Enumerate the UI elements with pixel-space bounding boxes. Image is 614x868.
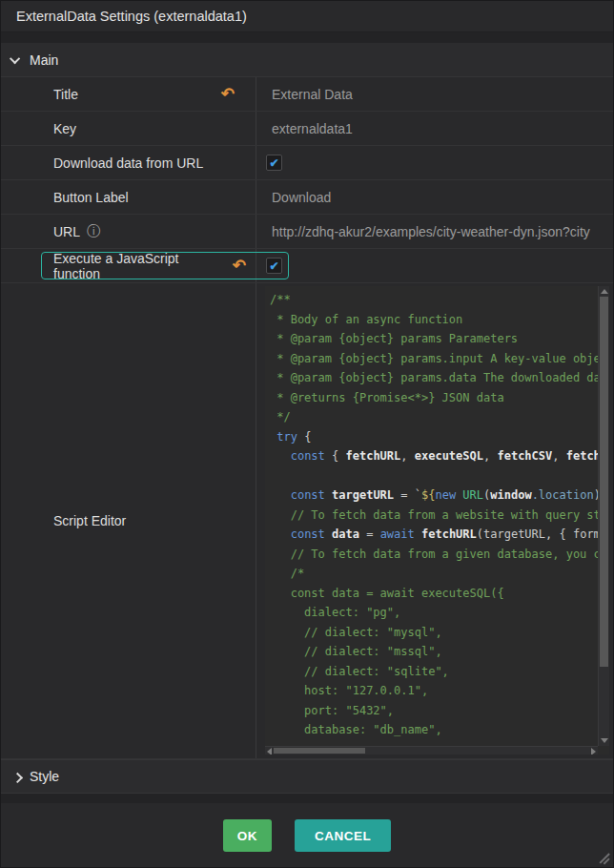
vertical-scrollbar-thumb[interactable] [600, 297, 608, 667]
horizontal-scrollbar-thumb[interactable] [274, 748, 365, 754]
cancel-button[interactable]: CANCEL [295, 819, 391, 852]
code-line: port: "5432", [270, 701, 598, 721]
chevron-down-icon [10, 52, 20, 63]
code-line: // dialect: "mssql", [270, 642, 598, 662]
code-line: /* [270, 564, 598, 584]
resize-grip[interactable] [598, 852, 610, 864]
code-line: * Body of an async function [270, 310, 598, 330]
dialog-footer: OK CANCEL [1, 803, 613, 868]
code-line: database: "db_name", [270, 720, 598, 740]
chevron-right-icon [12, 773, 23, 783]
scroll-up-arrow-icon[interactable] [601, 289, 608, 294]
row-key: Key externaldata1 [1, 112, 613, 146]
code-line: const targetURL = `${new URL(window.loca… [270, 486, 598, 506]
code-line: const { fetchURL, executeSQL, fetchCSV, … [270, 446, 598, 466]
execute-js-label: Execute a JavaScript function [53, 251, 221, 281]
title-value-field[interactable]: External Data [256, 77, 613, 111]
undo-icon[interactable]: ↶ [233, 258, 246, 274]
code-line: * @param {object} params.data The downlo… [270, 368, 598, 388]
code-line: // dialect: "mysql", [270, 623, 598, 643]
scroll-right-arrow-icon[interactable] [591, 748, 596, 754]
row-button-label: Button Label Download [1, 180, 613, 215]
execute-js-checkbox[interactable]: ✔ [266, 258, 282, 274]
code-line: * @returns {Promise<*>} JSON data [270, 388, 598, 408]
code-content[interactable]: /** * Body of an async function * @param… [265, 286, 598, 746]
checkmark-icon: ✔ [269, 260, 278, 272]
dialog-title: ExternalData Settings (externaldata1) [1, 1, 613, 31]
code-line: */ [270, 407, 598, 427]
code-line: dialect: "pg", [270, 603, 598, 623]
url-value-field[interactable]: http://zdhq-akur2/examples/city-weather-… [256, 215, 613, 248]
externaldata-settings-dialog: ExternalData Settings (externaldata1) Ma… [0, 0, 614, 868]
row-url: URL ⓘ http://zdhq-akur2/examples/city-we… [1, 215, 613, 249]
button-label-value-field[interactable]: Download [256, 180, 613, 214]
row-script-editor: Script Editor /** * Body of an async fun… [1, 283, 613, 759]
code-line: const data = await executeSQL({ [270, 584, 598, 604]
script-editor-label: Script Editor [53, 513, 126, 528]
code-line: const data = await fetchURL(targetURL, {… [270, 525, 598, 545]
url-label: URL [53, 224, 80, 239]
section-main-label: Main [30, 52, 58, 68]
titlebar-divider [1, 31, 613, 43]
code-line: // dialect: "sqlite", [270, 662, 598, 682]
row-download-from-url: Download data from URL ✔ [1, 146, 613, 180]
undo-icon[interactable]: ↶ [221, 86, 235, 102]
key-label: Key [53, 121, 76, 136]
button-label-label: Button Label [53, 190, 129, 205]
ok-button[interactable]: OK [223, 819, 272, 852]
key-value-field[interactable]: externaldata1 [256, 112, 613, 145]
horizontal-scrollbar[interactable] [265, 746, 598, 754]
title-label: Title [53, 87, 78, 102]
code-line [270, 466, 598, 486]
code-line: * @param {object} params Parameters [270, 329, 598, 349]
scroll-left-arrow-icon[interactable] [267, 748, 272, 754]
checkmark-icon: ✔ [269, 157, 278, 169]
download-from-url-checkbox[interactable]: ✔ [266, 155, 282, 171]
info-icon[interactable]: ⓘ [87, 223, 100, 240]
scroll-down-arrow-icon[interactable] [601, 738, 608, 743]
download-from-url-label: Download data from URL [53, 155, 203, 171]
section-header-style[interactable]: Style [1, 759, 613, 794]
code-line: try { [270, 427, 598, 447]
code-line: * @param {object} params.input A key-val… [270, 349, 598, 369]
vertical-scrollbar[interactable] [598, 286, 609, 746]
script-code-editor[interactable]: /** * Body of an async function * @param… [265, 286, 609, 754]
section-header-main[interactable]: Main [1, 43, 613, 77]
code-line: // To fetch data from a given database, … [270, 545, 598, 565]
footer-divider [1, 794, 613, 803]
section-style-label: Style [30, 769, 59, 784]
code-line: host: "127.0.0.1", [270, 681, 598, 701]
row-title: Title ↶ External Data [1, 77, 613, 112]
code-line: /** [270, 290, 598, 310]
code-line: // To fetch data from a website with que… [270, 506, 598, 526]
row-execute-js-function: Execute a JavaScript function ↶ ✔ [1, 249, 613, 283]
